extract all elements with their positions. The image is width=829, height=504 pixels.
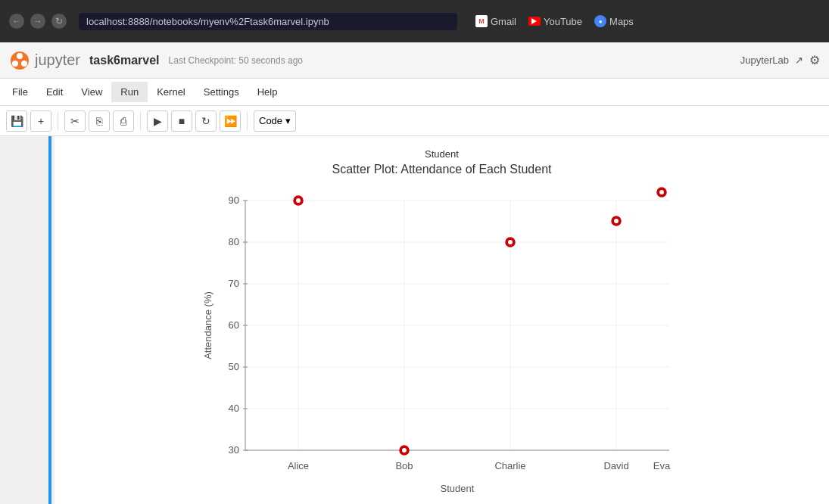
save-button[interactable]: 💾 [6,110,27,132]
svg-text:90: 90 [228,194,238,206]
x-axis-top-label: Student [425,148,459,160]
menu-edit[interactable]: Edit [37,82,72,102]
menu-view[interactable]: View [72,82,111,102]
content-area: Student Scatter Plot: Attendance of Each… [0,136,829,504]
cut-button[interactable]: ✂ [64,110,86,132]
restart-run-all-button[interactable]: ⏩ [220,110,241,132]
checkpoint-info: Last Checkpoint: 50 seconds ago [169,55,303,66]
cell-type-chevron-icon: ▾ [285,115,291,126]
data-point-eva-inner [659,190,664,194]
svg-text:Student: Student [440,483,474,494]
jupyter-logo: jupyter [9,50,80,71]
notebook-cell: Student Scatter Plot: Attendance of Each… [55,136,829,504]
svg-text:Charlie: Charlie [494,460,525,471]
action-bar: 💾 + ✂ ⎘ ⎙ ▶ ■ ↻ ⏩ Code ▾ [0,106,829,136]
jupyterlab-link[interactable]: JupyterLab [740,54,789,66]
svg-text:70: 70 [228,278,238,289]
reload-button[interactable]: ↻ [51,14,67,29]
data-point-charlie-inner [508,240,513,244]
run-button[interactable]: ▶ [147,110,168,132]
menu-kernel[interactable]: Kernel [148,82,195,102]
cell-type-label: Code [259,115,282,126]
menu-settings[interactable]: Settings [195,82,248,102]
svg-point-1 [17,53,23,59]
data-point-alice-inner [296,198,301,203]
bookmark-maps[interactable]: ● Maps [594,15,634,27]
stop-button[interactable]: ■ [171,110,192,132]
menu-file[interactable]: File [3,82,37,102]
yt-play-icon [531,18,537,24]
youtube-icon [528,17,541,26]
svg-point-3 [21,61,27,67]
maps-icon: ● [594,15,606,27]
paste-button[interactable]: ⎙ [113,110,134,132]
svg-text:80: 80 [228,236,238,247]
separator-2 [140,112,141,130]
gmail-label: Gmail [491,16,516,27]
forward-button[interactable]: → [30,14,45,29]
svg-text:60: 60 [228,319,238,331]
bookmarks-bar: M Gmail YouTube ● Maps [475,15,634,27]
youtube-label: YouTube [544,16,582,27]
svg-text:30: 30 [228,444,238,456]
toolbar-right: JupyterLab ↗ ⚙ [740,53,820,67]
restart-button[interactable]: ↻ [195,110,217,132]
jupyterlab-external-icon: ↗ [795,54,803,66]
svg-text:Bob: Bob [395,460,413,471]
maps-label: Maps [609,16,634,27]
jupyter-title-text: jupyter [35,51,80,69]
svg-text:50: 50 [228,361,238,372]
svg-text:40: 40 [228,403,238,414]
cell-type-select[interactable]: Code ▾ [254,110,296,132]
chart-title: Scatter Plot: Attendance of Each Student [332,163,552,176]
bookmark-youtube[interactable]: YouTube [528,16,582,27]
cell-indicator [48,136,51,504]
menu-help[interactable]: Help [248,82,287,102]
svg-text:Alice: Alice [287,460,308,471]
menu-run[interactable]: Run [111,82,148,102]
menu-bar: File Edit View Run Kernel Settings Help [0,79,829,106]
chart-container: Student Scatter Plot: Attendance of Each… [67,148,817,492]
settings-gear-icon[interactable]: ⚙ [809,53,820,67]
jupyter-toolbar: jupyter task6marvel Last Checkpoint: 50 … [0,42,829,79]
separator-1 [58,112,58,130]
svg-point-2 [12,61,18,67]
data-point-david-inner [614,219,619,223]
address-bar[interactable]: localhost:8888/notebooks/myenv%2Ftask6ma… [79,13,457,30]
notebook-name: task6marvel [89,54,160,67]
browser-bar: ← → ↻ localhost:8888/notebooks/myenv%2Ft… [0,0,829,42]
jupyter-logo-icon [9,50,30,71]
bookmark-gmail[interactable]: M Gmail [475,15,516,27]
data-point-bob-inner [402,448,407,453]
back-button[interactable]: ← [9,14,24,29]
copy-button[interactable]: ⎘ [89,110,110,132]
svg-text:Eva: Eva [653,460,670,471]
separator-3 [247,112,248,130]
gmail-icon: M [475,15,488,27]
chart-area: 90 80 70 60 50 40 [200,185,684,503]
svg-text:Attendance (%): Attendance (%) [202,291,213,359]
left-gutter [0,136,55,504]
svg-text:David: David [603,460,628,471]
nav-icons: ← → ↻ [9,14,67,29]
chart-svg: 90 80 70 60 50 40 [200,185,684,503]
add-cell-button[interactable]: + [30,110,51,132]
